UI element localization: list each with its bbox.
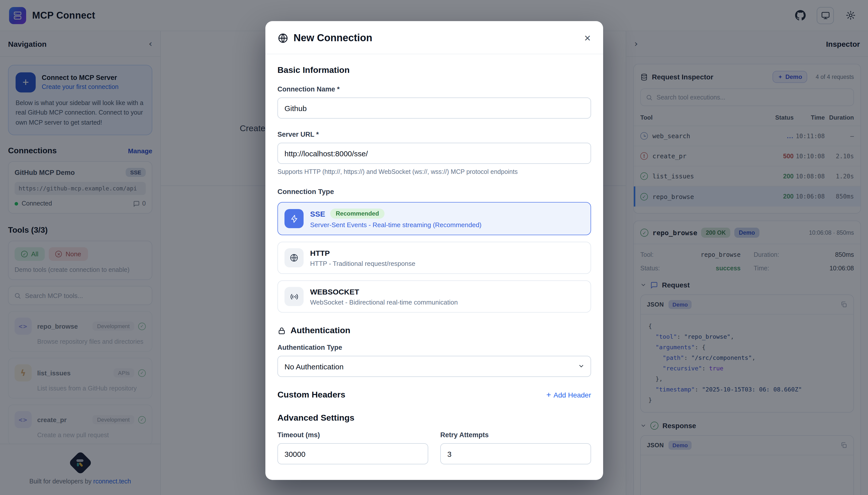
basic-info-heading: Basic Information — [277, 65, 591, 75]
auth-type-label: Authentication Type — [277, 344, 591, 351]
option-name: WEBSOCKET — [310, 287, 359, 296]
timeout-input[interactable] — [277, 443, 428, 464]
connection-type-option-sse[interactable]: SSE Recommended Server-Sent Events - Rea… — [277, 202, 591, 235]
connection-name-label: Connection Name * — [277, 85, 591, 93]
option-description: Server-Sent Events - Real-time streaming… — [310, 221, 481, 229]
retry-attempts-input[interactable] — [440, 443, 591, 464]
server-url-input[interactable] — [277, 143, 591, 164]
retry-attempts-label: Retry Attempts — [440, 431, 591, 439]
radio-waves-icon — [285, 287, 304, 306]
authentication-heading: Authentication — [290, 326, 350, 336]
auth-type-select[interactable]: No Authentication — [277, 356, 591, 377]
app-root: MCP Connect Navigation — [0, 0, 868, 495]
advanced-settings-heading: Advanced Settings — [277, 413, 591, 423]
connection-type-option-websocket[interactable]: WEBSOCKET WebSocket - Bidirectional real… — [277, 280, 591, 312]
new-connection-modal: New Connection ✕ Basic Information Conne… — [266, 21, 603, 480]
option-name: SSE — [310, 209, 325, 218]
custom-headers-heading: Custom Headers — [277, 390, 345, 400]
connection-name-input[interactable] — [277, 98, 591, 119]
plus-icon: + — [546, 391, 551, 399]
modal-title: New Connection — [293, 32, 372, 44]
option-description: HTTP - Traditional request/response — [310, 259, 415, 267]
connection-type-option-http[interactable]: HTTP HTTP - Traditional request/response — [277, 242, 591, 274]
connection-type-label: Connection Type — [277, 187, 591, 195]
lock-icon — [277, 326, 286, 335]
globe-icon — [277, 32, 289, 44]
add-header-button[interactable]: + Add Header — [546, 391, 591, 399]
server-url-label: Server URL * — [277, 131, 591, 138]
globe-icon — [285, 248, 304, 267]
bolt-icon — [285, 209, 304, 228]
option-description: WebSocket - Bidirectional real-time comm… — [310, 298, 458, 306]
timeout-label: Timeout (ms) — [277, 431, 428, 439]
recommended-badge: Recommended — [330, 208, 385, 219]
server-url-help: Supports HTTP (http://, https://) and We… — [277, 168, 591, 175]
close-icon[interactable]: ✕ — [584, 33, 591, 43]
option-name: HTTP — [310, 249, 330, 257]
